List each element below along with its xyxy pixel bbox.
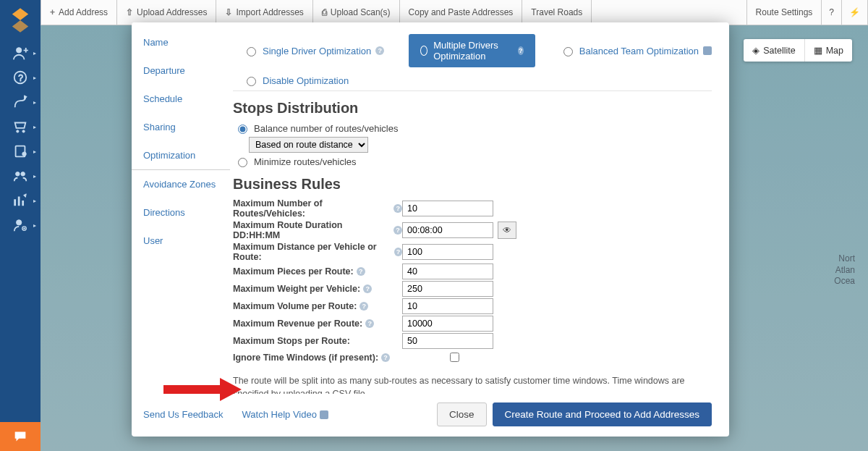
info-icon: ?	[393, 226, 402, 235]
modal-tabs: Name Departure Schedule Sharing Optimiza…	[132, 22, 230, 394]
info-icon: ?	[375, 46, 384, 55]
tab-schedule[interactable]: Schedule	[132, 85, 230, 113]
sidebar-user-settings[interactable]: ▸	[0, 213, 41, 237]
opt-single-driver[interactable]: Single Driver Optimization?	[243, 45, 384, 56]
svg-point-9	[16, 172, 20, 177]
business-rules-heading: Business Rules	[233, 176, 712, 193]
svg-text:+: +	[24, 46, 28, 54]
map-type-toggle: ◈Satellite ▦Map	[744, 39, 852, 62]
create-route-button[interactable]: Create Route and Proceed to Add Addresse…	[493, 402, 712, 426]
svg-point-5	[17, 130, 19, 132]
svg-marker-11	[24, 194, 27, 198]
tab-avoidance-zones[interactable]: Avoidance Zones	[132, 170, 230, 198]
svg-point-12	[17, 220, 22, 225]
duration-picker-button[interactable]: 👁	[498, 222, 516, 239]
left-sidebar: +▸ ?▸ ▸ ▸ ▸ ▸ ▸ ▸	[0, 0, 41, 451]
close-button[interactable]: Close	[437, 402, 487, 426]
opt-balanced-team[interactable]: Balanced Team Optimization	[560, 45, 712, 56]
sidebar-routes[interactable]: ▸	[0, 90, 41, 114]
sidebar-add-user[interactable]: +▸	[0, 41, 41, 65]
balance-select[interactable]: Based on route distance	[249, 137, 368, 153]
toolbar-add-address[interactable]: +Add Address	[41, 0, 117, 25]
video-icon	[320, 410, 328, 419]
toolbar-help-icon[interactable]: ?	[822, 0, 842, 25]
svg-point-10	[21, 172, 25, 177]
info-icon: ?	[357, 267, 365, 276]
sidebar-help[interactable]: ?▸	[0, 65, 41, 90]
info-icon: ?	[363, 284, 372, 293]
modal-footer: Send Us Feedback Watch Help Video Close …	[132, 394, 729, 437]
label-max-distance: Maximum Distance per Vehicle or Route:?	[233, 242, 402, 262]
toolbar-import-addresses[interactable]: ⇩Import Addresses	[216, 0, 312, 25]
route-settings-modal: Name Departure Schedule Sharing Optimiza…	[132, 22, 729, 437]
label-ignore-tw: Ignore Time Windows (if present):?	[233, 353, 402, 363]
svg-point-8	[22, 152, 27, 156]
label-max-duration: Maximum Route Duration DD:HH:MM?	[233, 220, 402, 240]
info-icon: ?	[381, 353, 390, 362]
tab-directions[interactable]: Directions	[132, 198, 230, 227]
tab-optimization[interactable]: Optimization	[132, 141, 230, 170]
svg-text:?: ?	[18, 73, 23, 83]
info-icon: ?	[365, 319, 374, 328]
svg-point-14	[24, 228, 25, 229]
label-max-volume: Maximum Volume per Route:?	[233, 301, 402, 311]
tab-departure[interactable]: Departure	[132, 56, 230, 85]
svg-point-6	[22, 130, 25, 132]
link-watch-help-video[interactable]: Watch Help Video	[242, 409, 328, 420]
info-icon: ?	[393, 204, 402, 213]
checkbox-ignore-tw[interactable]	[450, 353, 459, 362]
opt-multiple-drivers[interactable]: Multiple Drivers Optimization?	[409, 34, 535, 67]
info-icon: ?	[518, 46, 524, 55]
label-max-pieces: Maximum Pieces per Route:?	[233, 266, 402, 277]
toolbar-upload-scans[interactable]: ⎙Upload Scan(s)	[313, 0, 400, 25]
info-icon: ?	[394, 248, 402, 256]
input-max-duration[interactable]	[402, 222, 493, 238]
toolbar-route-settings[interactable]: Route Settings	[746, 0, 822, 25]
map-satellite-button[interactable]: ◈Satellite	[744, 39, 804, 62]
input-max-revenue[interactable]	[402, 316, 493, 332]
label-max-weight: Maximum Weight per Vehicle:?	[233, 284, 402, 294]
sidebar-analytics[interactable]: ▸	[0, 188, 41, 213]
toolbar-travel-roads[interactable]: Travel Roads	[522, 0, 592, 25]
label-max-stops: Maximum Stops per Route:	[233, 336, 402, 346]
label-max-revenue: Maximum Revenue per Route:?	[233, 319, 402, 329]
sidebar-cart[interactable]: ▸	[0, 114, 41, 139]
sidebar-addressbook[interactable]: ▸	[0, 139, 41, 164]
radio-minimize[interactable]: Minimize routes/vehicles	[233, 156, 712, 167]
input-max-distance[interactable]	[402, 244, 493, 260]
app-logo[interactable]	[0, 0, 41, 41]
toolbar-upload-addresses[interactable]: ⇧Upload Addresses	[117, 0, 216, 25]
label-max-routes: Maximum Number of Routes/Vehicles:?	[233, 198, 402, 219]
info-icon: ?	[359, 302, 368, 311]
input-max-stops[interactable]	[402, 333, 493, 349]
input-max-weight[interactable]	[402, 281, 493, 297]
toolbar-bolt-icon[interactable]: ⚡	[842, 0, 868, 25]
radio-balance[interactable]: Balance number of routes/vehicles	[233, 122, 712, 134]
top-toolbar: +Add Address ⇧Upload Addresses ⇩Import A…	[41, 0, 868, 25]
link-send-feedback[interactable]: Send Us Feedback	[143, 409, 224, 420]
time-windows-description: The route will be split into as many sub…	[233, 374, 712, 394]
stops-distribution-heading: Stops Distribution	[233, 100, 712, 117]
input-max-pieces[interactable]	[402, 264, 493, 279]
input-max-routes[interactable]	[402, 201, 493, 216]
input-max-volume[interactable]	[402, 298, 493, 314]
tab-user[interactable]: User	[132, 227, 230, 255]
video-icon	[703, 46, 712, 55]
modal-content: Single Driver Optimization? Multiple Dri…	[230, 22, 729, 394]
toolbar-copy-paste[interactable]: Copy and Paste Addresses	[400, 0, 523, 25]
tab-sharing[interactable]: Sharing	[132, 113, 230, 141]
tab-name[interactable]: Name	[132, 28, 230, 56]
sidebar-chat[interactable]	[0, 422, 41, 451]
sidebar-team[interactable]: ▸	[0, 164, 41, 188]
svg-point-0	[17, 48, 22, 53]
map-map-button[interactable]: ▦Map	[805, 39, 852, 62]
opt-disable[interactable]: Disable Optimization	[243, 75, 349, 86]
